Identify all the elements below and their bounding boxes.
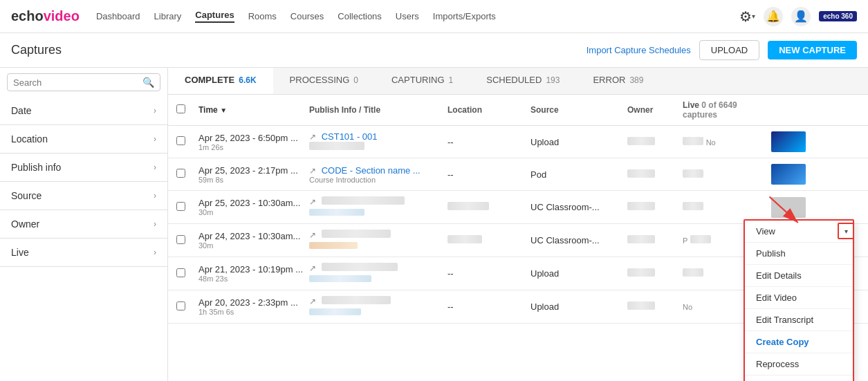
row-publish-5: ↗ [309,263,447,284]
search-input[interactable] [13,77,142,88]
dropdown-item-reprocess[interactable]: Reprocess [745,353,853,375]
dropdown-item-edit-details[interactable]: Edit Details [745,265,853,287]
page-actions: Import Capture Schedules UPLOAD NEW CAPT… [587,40,857,60]
row-location-4 [447,235,530,245]
publish-title[interactable]: CODE - Section name ... [322,165,421,176]
row-checkbox-5 [176,268,198,279]
row-live-2 [683,169,766,180]
row-location-2: -- [447,169,530,180]
col-time-header[interactable]: Time ▼ [198,105,309,115]
row-location-3 [447,202,530,212]
col-location-header: Location [447,105,530,115]
time-sub: 1h 35m 6s [198,308,309,316]
row-owner-6 [627,301,683,312]
tab-complete-label: COMPLETE [185,75,234,85]
results-info: 0 of 6649 captures [683,100,737,120]
sidebar-item-label: Location [11,133,154,145]
row-checkbox-2 [176,169,198,180]
dropdown-item-edit-transcript[interactable]: Edit Transcript [745,309,853,331]
tab-complete[interactable]: COMPLETE 6.6K [168,68,273,94]
sidebar-item-source[interactable]: Source › [0,182,167,210]
dropdown-item-publish[interactable]: Publish [745,243,853,265]
share-icon: ↗ [309,197,316,207]
sidebar-item-owner[interactable]: Owner › [0,210,167,239]
import-capture-link[interactable]: Import Capture Schedules [587,45,691,55]
row-select-checkbox[interactable] [176,136,185,145]
search-icon: 🔍 [142,77,154,88]
sidebar-item-publish-info[interactable]: Publish info › [0,154,167,182]
tab-capturing-count: 1 [449,75,454,85]
upload-button[interactable]: UPLOAD [699,40,759,60]
table-area: Time ▼ Publish Info / Title Location Sou… [168,95,868,381]
new-capture-button[interactable]: NEW CAPTURE [768,41,857,59]
nav-collections[interactable]: Collections [338,11,382,21]
dropdown-toggle-button[interactable]: ▾ [838,223,854,239]
row-checkbox-1 [176,136,198,147]
chevron-right-icon: › [154,106,156,115]
time-main: Apr 21, 2023 - 10:19pm ... [198,264,309,275]
time-main: Apr 20, 2023 - 2:33pm ... [198,297,309,308]
publish-title[interactable]: CST101 - 001 [322,131,378,142]
logo-echo: echo [11,8,44,24]
thumbnail [771,164,806,185]
tab-processing[interactable]: PROCESSING 0 [273,68,375,94]
nav-courses[interactable]: Courses [290,11,324,21]
row-select-checkbox[interactable] [176,301,185,310]
time-main: Apr 25, 2023 - 10:30am... [198,198,309,208]
red-arrow-indicator [764,192,806,233]
tab-error[interactable]: ERROR 389 [576,68,660,94]
nav-rooms[interactable]: Rooms [248,11,277,21]
sidebar-item-label: Source [11,190,154,201]
dropdown-item-create-copy[interactable]: Create Copy [745,331,853,353]
table-header: Time ▼ Publish Info / Title Location Sou… [168,95,868,126]
logo: echovideo [11,8,80,24]
nav-dashboard[interactable]: Dashboard [96,11,140,21]
row-select-checkbox[interactable] [176,268,185,277]
row-action-2 [766,164,793,185]
sidebar: 🔍 Date › Location › Publish info › Sourc… [0,68,168,381]
tab-scheduled[interactable]: SCHEDULED 193 [470,68,576,94]
user-avatar[interactable]: 👤 [791,7,811,26]
row-source-4: UC Classroom-... [530,235,627,245]
notifications-icon[interactable]: 🔔 [764,7,783,26]
share-icon: ↗ [309,230,316,240]
row-checkbox-3 [176,202,198,213]
dropdown-item-edit-video[interactable]: Edit Video [745,287,853,309]
settings-icon[interactable]: ⚙ ▾ [739,8,755,25]
echo360-badge: echo 360 [819,11,857,21]
nav-users[interactable]: Users [396,11,419,21]
time-main: Apr 24, 2023 - 10:30am... [198,231,309,241]
sidebar-item-live[interactable]: Live › [0,239,167,267]
select-all-checkbox[interactable] [176,104,185,113]
time-sub: 30m [198,208,309,216]
logo-video: video [44,8,80,24]
content-area: COMPLETE 6.6K PROCESSING 0 CAPTURING 1 S… [168,68,868,381]
dropdown-item-request-transcript[interactable]: Request Transcript [745,375,853,381]
sidebar-item-date[interactable]: Date › [0,97,167,125]
row-select-checkbox[interactable] [176,169,185,178]
row-time-2: Apr 25, 2023 - 2:17pm ... 59m 8s [198,165,309,184]
gear-dropdown-arrow: ▾ [752,12,755,20]
row-source-1: Upload [530,137,627,147]
col-owner-header: Owner [627,105,683,115]
row-owner-4 [627,235,683,245]
svg-line-1 [770,197,798,223]
table-row: Apr 25, 2023 - 2:17pm ... 59m 8s ↗ CODE … [168,158,868,191]
row-select-checkbox[interactable] [176,202,185,211]
sidebar-item-label: Publish info [11,162,154,173]
search-box: 🔍 [7,73,160,91]
row-publish-3: ↗ [309,196,447,218]
tab-processing-count: 0 [353,75,358,85]
row-live-3 [683,202,766,212]
row-location-1: -- [447,137,530,147]
sidebar-item-location[interactable]: Location › [0,125,167,154]
row-owner-3 [627,202,683,212]
row-source-2: Pod [530,169,627,180]
row-select-checkbox[interactable] [176,235,185,244]
nav-imports-exports[interactable]: Imports/Exports [433,11,496,21]
nav-captures[interactable]: Captures [195,10,234,23]
nav-library[interactable]: Library [154,11,182,21]
sidebar-item-label: Live [11,247,154,258]
table-row: Apr 25, 2023 - 6:50pm ... 1m 26s ↗ CST10… [168,126,868,158]
tab-capturing[interactable]: CAPTURING 1 [375,68,470,94]
